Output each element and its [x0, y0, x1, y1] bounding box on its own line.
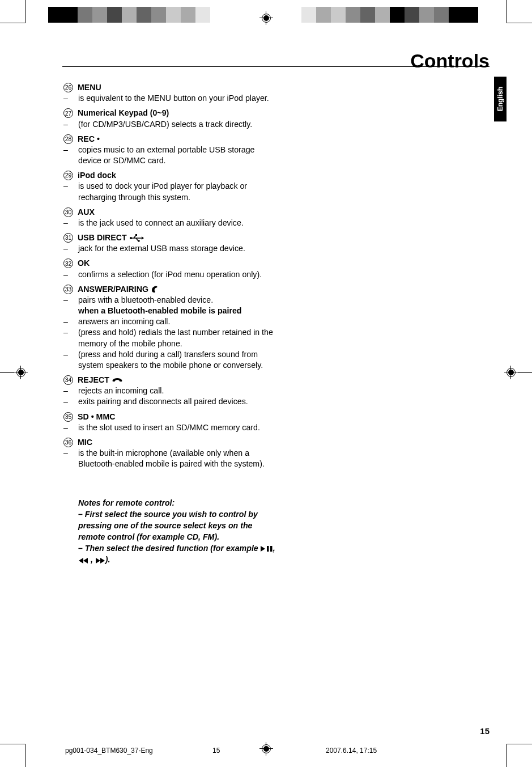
- control-entry: 32OK–confirms a selection (for iPod menu…: [63, 258, 280, 279]
- entry-title: AUX: [78, 207, 95, 218]
- content-column: 26MENU–is equivalent to the MENU button …: [63, 82, 280, 565]
- bullet-dash: –: [63, 119, 78, 130]
- svg-marker-11: [83, 558, 88, 563]
- bullet-text: jack for the external USB mass storage d…: [78, 243, 280, 254]
- bullet-text: exits pairing and disconnects all paired…: [78, 396, 280, 407]
- entry-number-icon: 35: [63, 412, 73, 422]
- calibration-square: [151, 7, 166, 23]
- entry-title: USB DIRECT: [78, 232, 144, 243]
- page-number: 15: [480, 726, 490, 736]
- entry-number-icon: 28: [63, 134, 73, 144]
- calibration-square: [316, 7, 331, 23]
- entry-number-icon: 29: [63, 171, 73, 180]
- entry-title: REC •: [78, 134, 100, 145]
- control-entry: 26MENU–is equivalent to the MENU button …: [63, 82, 280, 104]
- control-entry: 29iPod dock–is used to dock your iPod pl…: [63, 170, 280, 203]
- usb-icon: [127, 233, 144, 242]
- bullet-dash: –: [63, 422, 78, 433]
- bullet-text: rejects an incoming call.: [78, 385, 280, 396]
- bullet-dash: –: [63, 243, 78, 254]
- bullet-text: is the jack used to connect an auxiliary…: [78, 218, 280, 228]
- calibration-square: [181, 7, 195, 23]
- bullet-row: –is the jack used to connect an auxiliar…: [63, 218, 280, 228]
- bullet-row: –pairs with a bluetooth-enabled device.: [63, 295, 280, 306]
- control-entry: 36MIC–is the built-in microphone (availa…: [63, 437, 280, 470]
- sub-heading: when a Bluetooth-enabled mobile is paire…: [63, 306, 280, 316]
- bullet-text: is the built-in microphone (available on…: [78, 448, 280, 469]
- bullet-dash: –: [63, 93, 78, 104]
- bullet-text: is equivalent to the MENU button on your…: [78, 93, 280, 104]
- bullet-dash: –: [63, 327, 78, 349]
- bullet-dash: –: [63, 145, 78, 166]
- calibration-square: [434, 7, 449, 23]
- bullet-dash: –: [63, 181, 78, 202]
- bullet-text: confirms a selection (for iPod menu oper…: [78, 269, 280, 280]
- entry-number-icon: 30: [63, 207, 73, 217]
- phone-up-icon: [148, 285, 160, 294]
- calibration-square: [107, 7, 122, 23]
- calibration-square: [195, 7, 210, 23]
- svg-point-6: [138, 240, 140, 243]
- phone-down-icon: [109, 375, 123, 384]
- bullet-row: –(for CD/MP3/USB/CARD) selects a track d…: [63, 119, 280, 130]
- fast-forward-icon: [95, 555, 105, 564]
- calibration-square: [419, 7, 434, 23]
- section-title: Controls: [410, 50, 490, 72]
- bullet-text: (press and hold) redials the last number…: [78, 327, 280, 349]
- entry-number-icon: 36: [63, 438, 73, 447]
- entry-number-icon: 26: [63, 83, 73, 92]
- control-entry: 35SD • MMC–is the slot used to insert an…: [63, 412, 280, 433]
- entry-title: MENU: [78, 82, 101, 93]
- svg-rect-4: [135, 234, 137, 236]
- entry-number-icon: 27: [63, 108, 73, 118]
- calibration-square: [122, 7, 137, 23]
- bullet-dash: –: [63, 295, 78, 306]
- footer-filename: pg001-034_BTM630_37-Eng: [65, 747, 212, 755]
- entry-title: iPod dock: [78, 170, 116, 181]
- bullet-text: (for CD/MP3/USB/CARD) selects a track di…: [78, 119, 280, 130]
- footer-page-number: 15: [212, 747, 326, 755]
- bullet-row: –is the built-in microphone (available o…: [63, 448, 280, 469]
- rewind-icon: [78, 555, 88, 564]
- notes-line: – Then select the desired function (for …: [78, 543, 280, 565]
- calibration-square: [405, 7, 419, 23]
- language-tab: English: [494, 77, 507, 121]
- calibration-square: [166, 7, 181, 23]
- bullet-row: –is equivalent to the MENU button on you…: [63, 93, 280, 104]
- bullet-dash: –: [63, 385, 78, 396]
- entry-title: OK: [78, 258, 90, 269]
- bullet-text: copies music to an external portable USB…: [78, 145, 280, 166]
- notes-line: – First select the source you wish to co…: [78, 508, 280, 543]
- bullet-dash: –: [63, 218, 78, 228]
- bullet-row: –is used to dock your iPod player for pl…: [63, 181, 280, 202]
- control-entry: 30AUX–is the jack used to connect an aux…: [63, 207, 280, 228]
- calibration-square: [137, 7, 151, 23]
- bullet-text: (press and hold during a call) transfers…: [78, 349, 280, 371]
- play-pause-icon: [261, 544, 273, 553]
- print-footer: pg001-034_BTM630_37-Eng 15 2007.6.14, 17…: [65, 747, 490, 755]
- entry-title: SD • MMC: [78, 412, 115, 422]
- bullet-dash: –: [63, 396, 78, 407]
- calibration-square: [78, 7, 92, 23]
- calibration-square: [360, 7, 375, 23]
- notes-text: ).: [105, 555, 110, 564]
- svg-marker-12: [96, 558, 100, 563]
- notes-text: ,: [273, 544, 275, 553]
- calibration-square: [92, 7, 107, 23]
- print-calibration-bar: [0, 0, 532, 23]
- entry-title: MIC: [78, 437, 92, 448]
- bullet-row: –(press and hold) redials the last numbe…: [63, 327, 280, 349]
- bullet-text: is used to dock your iPod player for pla…: [78, 181, 280, 202]
- control-entry: 34REJECT –rejects an incoming call.–exit…: [63, 375, 280, 408]
- bullet-dash: –: [63, 269, 78, 280]
- bullet-dash: –: [63, 448, 78, 469]
- bullet-row: –rejects an incoming call.: [63, 385, 280, 396]
- bullet-text: pairs with a bluetooth-enabled device.: [78, 295, 280, 306]
- calibration-square: [346, 7, 360, 23]
- bullet-row: –answers an incoming call.: [63, 316, 280, 327]
- bullet-row: –exits pairing and disconnects all paire…: [63, 396, 280, 407]
- svg-marker-2: [142, 236, 144, 240]
- svg-marker-10: [79, 558, 83, 563]
- svg-rect-8: [267, 546, 269, 552]
- entry-title: REJECT: [78, 375, 123, 385]
